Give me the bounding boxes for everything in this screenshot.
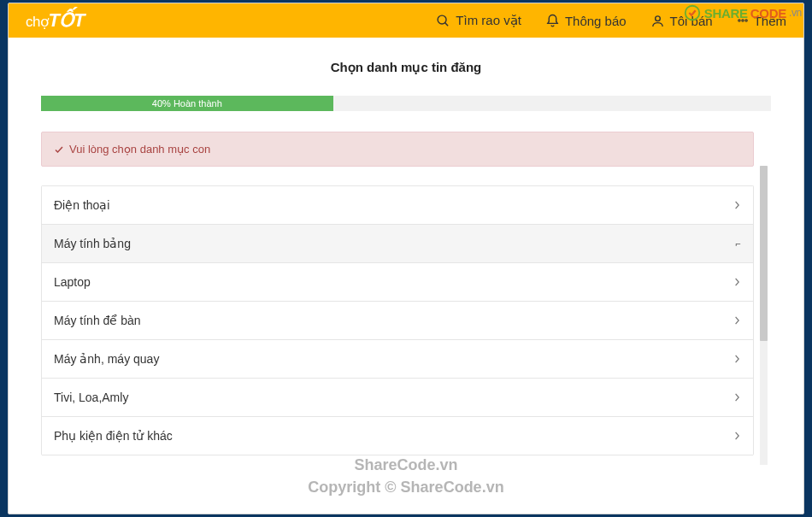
category-label: Tivi, Loa,Amly — [54, 391, 128, 404]
progress-bar: 40% Hoàn thành — [41, 96, 333, 111]
check-icon — [54, 144, 64, 155]
svg-point-2 — [655, 15, 660, 21]
site-logo[interactable]: chợTỐT — [26, 9, 85, 32]
chevron-right-icon — [734, 392, 741, 402]
category-label: Phụ kiện điện tử khác — [54, 429, 173, 443]
svg-point-0 — [438, 15, 446, 24]
category-label: Máy tính để bàn — [54, 314, 141, 327]
progress-label: 40% Hoàn thành — [152, 98, 222, 109]
category-row[interactable]: Phụ kiện điện tử khác — [42, 417, 753, 455]
category-row[interactable]: Laptop — [42, 263, 753, 302]
chevron-right-icon — [734, 315, 741, 326]
nav-search[interactable]: Tìm rao vặt — [436, 13, 521, 28]
bell-icon — [545, 14, 560, 28]
category-label: Laptop — [54, 275, 91, 289]
nav-notifications[interactable]: Thông báo — [545, 14, 627, 28]
chevron-right-icon — [734, 431, 741, 441]
category-row[interactable]: Tivi, Loa,Amly — [42, 379, 753, 417]
category-label: Điện thoại — [54, 198, 109, 212]
chevron-right-icon — [734, 354, 741, 364]
watermark-share: SHARE — [704, 6, 748, 21]
alert-text: Vui lòng chọn danh mục con — [69, 143, 210, 156]
category-row[interactable]: Máy tính để bàn — [42, 302, 753, 340]
svg-line-1 — [445, 22, 449, 26]
alert-warning: Vui lòng chọn danh mục con — [41, 132, 754, 167]
category-row[interactable]: Điện thoại — [42, 186, 753, 225]
collapse-icon: ⌐ — [736, 238, 741, 249]
category-row[interactable]: Máy ảnh, máy quay — [42, 340, 753, 379]
logo-part-cho: chợ — [26, 14, 48, 30]
progress-track: 40% Hoàn thành — [41, 96, 771, 111]
category-list: Điện thoạiMáy tính bảng⌐LaptopMáy tính đ… — [41, 185, 754, 455]
chevron-right-icon — [734, 200, 741, 210]
page-title: Chọn danh mục tin đăng — [41, 50, 771, 96]
watermark-badge: SHARECODE.vn — [683, 3, 802, 22]
logo-part-tot: TỐT — [48, 9, 84, 31]
scrollbar-thumb[interactable] — [760, 166, 768, 341]
category-label: Máy ảnh, máy quay — [54, 352, 159, 366]
main-content: Chọn danh mục tin đăng 40% Hoàn thành Vu… — [9, 38, 803, 514]
watermark-vn: .vn — [789, 7, 802, 19]
nav-search-label: Tìm rao vặt — [456, 13, 521, 28]
category-row[interactable]: Máy tính bảng⌐ — [42, 225, 753, 263]
user-icon — [650, 14, 665, 28]
sharecode-logo-icon — [683, 3, 702, 22]
category-label: Máy tính bảng — [54, 237, 131, 250]
scrollbar-track[interactable] — [760, 166, 768, 465]
nav-notify-label: Thông báo — [565, 14, 627, 28]
app-window: chợTỐT Tìm rao vặt Thông báo Tôi bán Thê… — [8, 3, 804, 514]
watermark-code: CODE — [750, 6, 786, 21]
search-icon — [436, 14, 450, 28]
chevron-right-icon — [734, 277, 741, 287]
